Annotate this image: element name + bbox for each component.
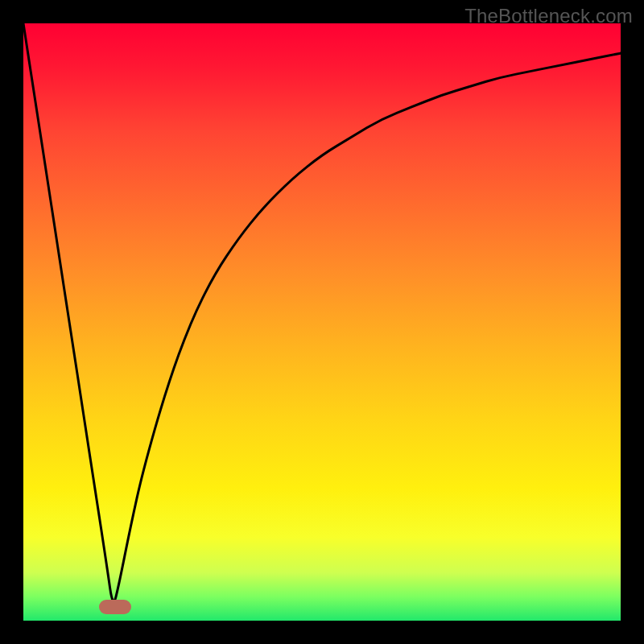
bottleneck-curve <box>23 23 621 621</box>
optimal-valley-marker <box>99 600 131 614</box>
plot-area <box>23 23 621 621</box>
chart-frame: TheBottleneck.com <box>0 0 644 644</box>
